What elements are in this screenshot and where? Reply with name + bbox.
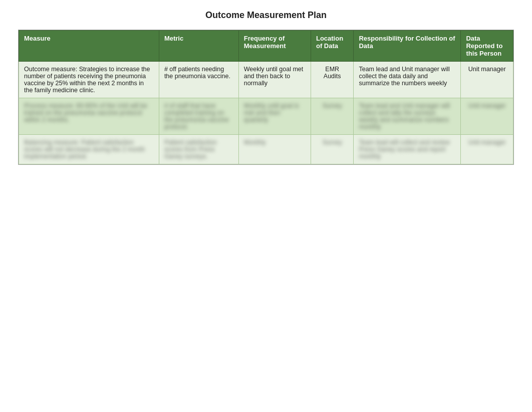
- cell-reported: Unit manager: [461, 98, 513, 135]
- cell-metric: # of staff that have completed training …: [159, 98, 238, 135]
- cell-responsibility: Team lead and Unit manager will collect …: [354, 98, 461, 135]
- cell-reported: Unit manager: [461, 135, 513, 164]
- col-header-location: Location of Data: [311, 31, 354, 62]
- cell-metric: Patient satisfaction scores from Press G…: [159, 135, 238, 164]
- cell-measure: Outcome measure: Strategies to increase …: [19, 62, 159, 98]
- col-header-responsibility: Responsibility for Collection of Data: [354, 31, 461, 62]
- table-body: Outcome measure: Strategies to increase …: [19, 62, 513, 164]
- col-header-measure: Measure: [19, 31, 159, 62]
- outcome-table: Measure Metric Frequency of Measurement …: [19, 30, 513, 164]
- cell-responsibility: Team lead and Unit manager will collect …: [354, 62, 461, 98]
- cell-measure: Balancing measure: Patient satisfaction …: [19, 135, 159, 164]
- cell-frequency: Monthly: [238, 135, 311, 164]
- cell-location: EMR Audits: [311, 62, 354, 98]
- page-title: Outcome Measurement Plan: [10, 10, 522, 21]
- cell-metric: # off patients needing the pneumonia vac…: [159, 62, 238, 98]
- cell-measure: Process measure: 80-90% of the Unit will…: [19, 98, 159, 135]
- cell-frequency: Weekly until goal met and then back to n…: [238, 62, 311, 98]
- col-header-frequency: Frequency of Measurement: [238, 31, 311, 62]
- cell-responsibility: Team lead will collect and review Press …: [354, 135, 461, 164]
- outcome-table-wrapper: Measure Metric Frequency of Measurement …: [18, 30, 514, 165]
- table-row: Balancing measure: Patient satisfaction …: [19, 135, 513, 164]
- table-row: Process measure: 80-90% of the Unit will…: [19, 98, 513, 135]
- cell-frequency: Monthly until goal is met and then quart…: [238, 98, 311, 135]
- table-row: Outcome measure: Strategies to increase …: [19, 62, 513, 98]
- col-header-reported: Data Reported to this Person: [461, 31, 513, 62]
- cell-reported: Unit manager: [461, 62, 513, 98]
- col-header-metric: Metric: [159, 31, 238, 62]
- cell-location: Survey: [311, 98, 354, 135]
- cell-location: Survey: [311, 135, 354, 164]
- table-header-row: Measure Metric Frequency of Measurement …: [19, 31, 513, 62]
